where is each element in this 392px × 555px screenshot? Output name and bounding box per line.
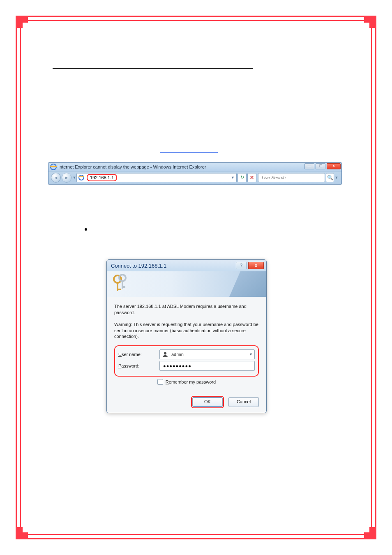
search-provider-dropdown-icon[interactable]: ▼ (334, 176, 339, 180)
search-box[interactable] (258, 173, 325, 182)
ie-toolbar: ◄ ► ▼ 192.168.1.1 ▼ ↻ ✕ 🔍 ▼ (48, 171, 341, 183)
dialog-message-2: Warning: This server is requesting that … (114, 321, 259, 340)
ie-window-title: Internet Explorer cannot display the web… (58, 164, 206, 169)
svg-rect-5 (122, 286, 125, 288)
history-dropdown-icon[interactable]: ▼ (72, 176, 76, 180)
dialog-window-controls: ? x (236, 262, 264, 269)
bullet-icon (85, 228, 87, 231)
decor-corner (16, 16, 28, 28)
credentials-highlight: User name: admin ▼ Password: ●●●●●●●●● (114, 345, 259, 377)
forward-button[interactable]: ► (62, 173, 71, 183)
search-icon: 🔍 (327, 175, 333, 180)
minimize-button[interactable]: — (304, 163, 314, 169)
search-button[interactable]: 🔍 (326, 173, 334, 182)
document-page: Internet Explorer cannot display the web… (0, 0, 392, 555)
svg-point-6 (164, 352, 166, 355)
auth-dialog: Connect to 192.168.1.1 ? x The server 19… (106, 259, 267, 413)
banner-art (229, 271, 266, 297)
back-button[interactable]: ◄ (51, 173, 61, 183)
dialog-buttons: OK Cancel (114, 397, 259, 407)
search-input[interactable] (261, 175, 322, 180)
dialog-title: Connect to 192.168.1.1 (111, 263, 166, 269)
close-button[interactable]: x (327, 163, 341, 169)
username-input[interactable]: admin ▼ (159, 349, 255, 359)
username-row: User name: admin ▼ (118, 349, 255, 359)
password-label: Password: (118, 363, 159, 368)
address-text: 192.168.1.1 (87, 174, 117, 181)
password-input[interactable]: ●●●●●●●●● (159, 361, 255, 371)
keys-icon (112, 274, 130, 294)
address-dropdown-icon[interactable]: ▼ (231, 176, 235, 180)
svg-rect-2 (117, 289, 121, 290)
decor-corner (16, 527, 28, 539)
ie-titlebar: Internet Explorer cannot display the web… (48, 163, 341, 171)
dialog-close-button[interactable]: x (248, 262, 264, 269)
window-controls: — ▢ x (304, 163, 341, 169)
user-icon (162, 352, 168, 357)
address-bar[interactable]: 192.168.1.1 ▼ (76, 173, 237, 182)
stop-icon: ✕ (250, 175, 254, 180)
refresh-button[interactable]: ↻ (238, 173, 247, 182)
dialog-message-1: The server 192.168.1.1 at ADSL Modem req… (114, 303, 259, 316)
help-button[interactable]: ? (236, 262, 247, 269)
dialog-body: The server 192.168.1.1 at ADSL Modem req… (107, 297, 266, 413)
username-dropdown-icon[interactable]: ▼ (249, 352, 253, 356)
remember-label: Remember my password (166, 379, 216, 384)
dialog-message: The server 192.168.1.1 at ADSL Modem req… (114, 303, 259, 340)
remember-checkbox[interactable] (157, 379, 163, 385)
arrow-left-icon: ◄ (54, 175, 58, 180)
arrow-right-icon: ► (65, 175, 69, 180)
heading-underline (53, 68, 253, 69)
hyperlink-underline (160, 152, 218, 153)
refresh-icon: ↻ (240, 175, 244, 180)
ie-page-icon (78, 175, 84, 180)
ie-window: Internet Explorer cannot display the web… (48, 162, 342, 185)
username-value: admin (171, 352, 184, 357)
decor-corner (364, 527, 376, 539)
cancel-button[interactable]: Cancel (228, 397, 259, 407)
dialog-banner (107, 271, 266, 297)
password-row: Password: ●●●●●●●●● (118, 361, 255, 371)
remember-row: Remember my password (114, 379, 259, 385)
ok-button[interactable]: OK (192, 397, 223, 407)
stop-button[interactable]: ✕ (247, 173, 256, 182)
username-label: User name: (118, 352, 159, 357)
ie-logo-icon (50, 164, 57, 170)
maximize-button[interactable]: ▢ (316, 163, 325, 169)
decor-corner (364, 16, 376, 28)
